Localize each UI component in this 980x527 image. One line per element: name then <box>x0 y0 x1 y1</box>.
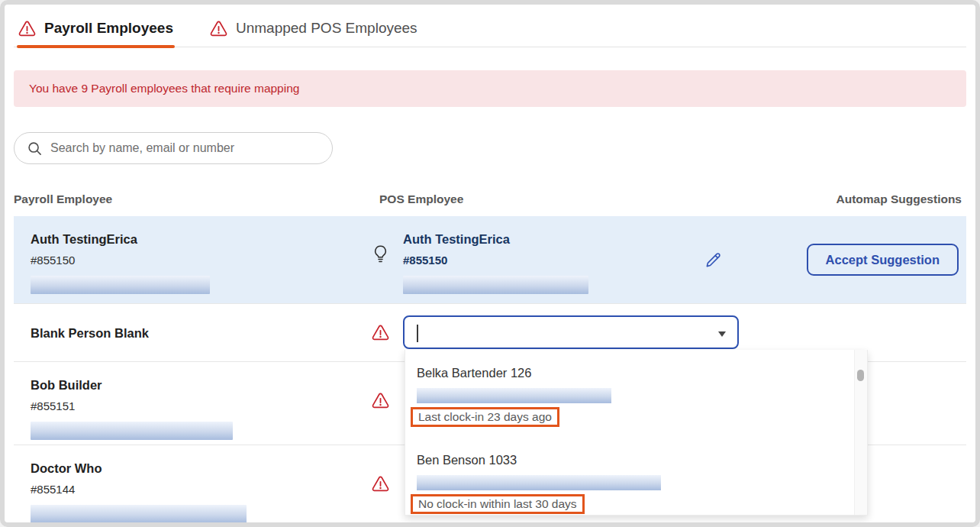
redacted-email <box>403 276 588 294</box>
dropdown-scrollbar[interactable] <box>854 350 867 515</box>
warning-icon <box>372 476 389 492</box>
search-icon <box>27 141 42 156</box>
dropdown-option-belka-bartender[interactable]: Belka Bartender 126 Last clock-in 23 day… <box>405 350 867 437</box>
warning-icon <box>372 325 389 341</box>
payroll-employee-cell: Doctor Who #855144 <box>31 445 372 522</box>
accept-suggestion-button[interactable]: Accept Suggestion <box>807 244 959 276</box>
tab-unmapped-pos-employees[interactable]: Unmapped POS Employees <box>208 14 419 47</box>
payroll-employee-cell: Bob Builder #855151 <box>31 362 372 445</box>
search-field[interactable] <box>14 132 333 164</box>
redacted-email <box>31 505 247 523</box>
dropdown-option-ben-benson[interactable]: Ben Benson 1033 No clock-in within last … <box>405 437 867 516</box>
pos-employee-dropdown: Belka Bartender 126 Last clock-in 23 day… <box>405 350 868 516</box>
scrollbar-thumb[interactable] <box>857 370 864 381</box>
employee-number: #855144 <box>31 483 372 496</box>
employee-mapping-window: Payroll Employees Unmapped POS Employees… <box>0 0 980 527</box>
payroll-employee-cell: Blank Person Blank <box>31 304 372 361</box>
table-row-auth-testingerica: Auth TestingErica #855150 Auth TestingEr… <box>14 216 966 303</box>
tab-label: Payroll Employees <box>44 20 173 37</box>
pos-employee-combobox[interactable] <box>403 315 739 349</box>
tab-bar: Payroll Employees Unmapped POS Employees <box>14 14 966 47</box>
suggestion-icon-cell <box>372 216 403 303</box>
status-icon-cell <box>372 362 403 445</box>
clock-status-annotation: No clock-in within last 30 days <box>411 494 585 514</box>
automap-suggestion-cell: Accept Suggestion <box>632 216 959 303</box>
payroll-employee-cell: Auth TestingErica #855150 <box>31 216 372 303</box>
pos-combobox-input[interactable] <box>417 325 725 339</box>
lightbulb-icon <box>372 244 389 264</box>
column-header-pos-employee: POS Employee <box>379 192 837 206</box>
table-header: Payroll Employee POS Employee Automap Su… <box>14 192 966 216</box>
edit-pencil-icon[interactable] <box>704 251 723 270</box>
text-cursor <box>417 325 418 342</box>
clock-status-annotation: Last clock-in 23 days ago <box>411 407 559 427</box>
search-input[interactable] <box>50 141 319 155</box>
status-icon-cell <box>372 445 403 522</box>
status-icon-cell <box>372 304 403 361</box>
option-name: Ben Benson 1033 <box>417 451 844 468</box>
redacted-email <box>417 388 611 403</box>
chevron-down-icon[interactable] <box>718 331 726 337</box>
redacted-email <box>31 276 210 294</box>
warning-icon <box>18 21 36 37</box>
column-header-payroll-employee: Payroll Employee <box>14 192 379 206</box>
alert-text: You have 9 Payroll employees that requir… <box>29 82 299 95</box>
column-header-automap-suggestions: Automap Suggestions <box>837 192 962 206</box>
employee-name: Doctor Who <box>31 460 372 477</box>
redacted-email <box>31 422 233 440</box>
employee-name: Auth TestingErica <box>31 231 372 247</box>
warning-icon <box>210 21 227 37</box>
alert-banner: You have 9 Payroll employees that requir… <box>14 70 966 107</box>
employee-name: Blank Person Blank <box>31 325 372 341</box>
pos-employee-name: Auth TestingErica <box>403 231 632 247</box>
employee-number: #855150 <box>31 254 372 267</box>
warning-icon <box>372 393 389 409</box>
employee-name: Bob Builder <box>31 377 372 393</box>
redacted-email <box>417 475 661 490</box>
option-clock-status: No clock-in within last 30 days <box>418 497 577 510</box>
tab-payroll-employees[interactable]: Payroll Employees <box>17 14 175 47</box>
tab-label: Unmapped POS Employees <box>236 20 417 37</box>
pos-employee-cell: Auth TestingErica #855150 <box>403 216 632 303</box>
employee-number: #855151 <box>31 400 372 412</box>
option-clock-status: Last clock-in 23 days ago <box>418 410 552 423</box>
option-name: Belka Bartender 126 <box>417 364 844 381</box>
pos-employee-number: #855150 <box>403 254 632 267</box>
